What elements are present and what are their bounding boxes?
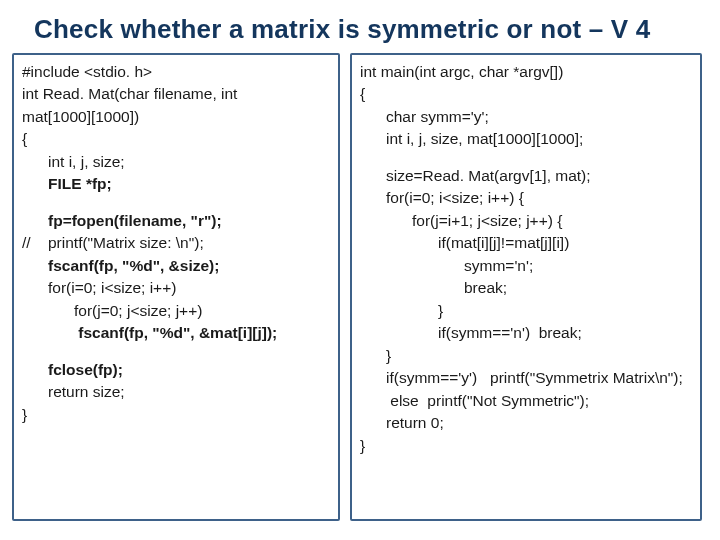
code-line: } — [360, 437, 365, 454]
slide: Check whether a matrix is symmetric or n… — [0, 0, 720, 540]
code-box-right: int main(int argc, char *argv[]) { char … — [350, 53, 702, 521]
code-line: int main(int argc, char *argv[]) — [360, 63, 563, 80]
code-line: if(symm=='y') printf("Symmetrix Matrix\n… — [360, 367, 692, 389]
code-line: return size; — [22, 381, 330, 403]
code-line: fp=fopen(filename, "r"); — [22, 210, 330, 232]
code-line: } — [360, 345, 692, 367]
code-line: if(mat[i][j]!=mat[j][i]) — [360, 232, 692, 254]
code-line: } — [360, 300, 692, 322]
code-line: printf("Matrix size: \n"); — [48, 232, 204, 254]
slide-title: Check whether a matrix is symmetric or n… — [0, 0, 720, 53]
code-line: { — [360, 85, 365, 102]
code-line: int Read. Mat(char filename, int — [22, 85, 237, 102]
code-line: if(symm=='n') break; — [360, 322, 692, 344]
code-box-left: #include <stdio. h> int Read. Mat(char f… — [12, 53, 340, 521]
code-line: else printf("Not Symmetric"); — [360, 390, 692, 412]
code-line: mat[1000][1000]) — [22, 108, 139, 125]
comment-marker: // — [22, 232, 48, 254]
code-line: for(i=0; i<size; i++) — [22, 277, 330, 299]
code-line: fscanf(fp, "%d", &size); — [22, 255, 330, 277]
code-line: for(i=0; i<size; i++) { — [360, 187, 692, 209]
code-line: break; — [360, 277, 692, 299]
code-line: return 0; — [360, 412, 692, 434]
code-line: for(j=i+1; j<size; j++) { — [360, 210, 692, 232]
code-line: char symm='y'; — [360, 106, 692, 128]
code-line: symm='n'; — [360, 255, 692, 277]
code-line: #include <stdio. h> — [22, 63, 152, 80]
code-line: size=Read. Mat(argv[1], mat); — [360, 165, 692, 187]
code-columns: #include <stdio. h> int Read. Mat(char f… — [0, 53, 720, 521]
code-line: } — [22, 406, 27, 423]
code-line: int i, j, size; — [22, 151, 330, 173]
code-line: fscanf(fp, "%d", &mat[i][j]); — [22, 322, 330, 344]
code-line: for(j=0; j<size; j++) — [22, 300, 330, 322]
code-line: { — [22, 130, 27, 147]
code-line: FILE *fp; — [22, 173, 330, 195]
code-line: int i, j, size, mat[1000][1000]; — [360, 128, 692, 150]
code-line: fclose(fp); — [22, 359, 330, 381]
